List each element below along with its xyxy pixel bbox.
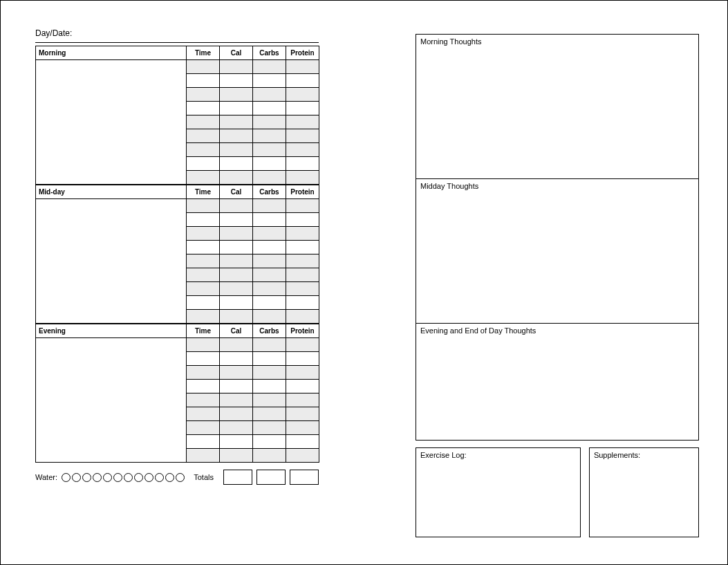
table-cell[interactable] bbox=[187, 143, 220, 157]
water-tracker[interactable] bbox=[62, 473, 194, 482]
table-cell[interactable] bbox=[187, 171, 220, 185]
table-cell[interactable] bbox=[220, 352, 253, 366]
table-cell[interactable] bbox=[187, 352, 220, 366]
table-cell[interactable] bbox=[187, 366, 220, 380]
table-cell[interactable] bbox=[253, 435, 286, 449]
water-circle-icon[interactable] bbox=[103, 473, 112, 482]
table-cell[interactable] bbox=[220, 60, 253, 74]
table-cell[interactable] bbox=[187, 310, 220, 324]
table-cell[interactable] bbox=[187, 88, 220, 102]
table-cell[interactable] bbox=[187, 129, 220, 143]
table-cell[interactable] bbox=[220, 407, 253, 421]
table-cell[interactable] bbox=[253, 74, 286, 88]
table-cell[interactable] bbox=[220, 380, 253, 393]
table-cell[interactable] bbox=[286, 352, 319, 366]
table-cell[interactable] bbox=[220, 310, 253, 324]
table-cell[interactable] bbox=[253, 338, 286, 352]
supplements-box[interactable]: Supplements: bbox=[589, 447, 699, 537]
table-cell[interactable] bbox=[286, 449, 319, 463]
table-cell[interactable] bbox=[286, 254, 319, 268]
table-cell[interactable] bbox=[253, 366, 286, 380]
table-cell[interactable] bbox=[187, 74, 220, 88]
table-cell[interactable] bbox=[187, 254, 220, 268]
table-cell[interactable] bbox=[220, 435, 253, 449]
table-cell[interactable] bbox=[253, 88, 286, 102]
table-cell[interactable] bbox=[253, 60, 286, 74]
midday-food-area[interactable] bbox=[36, 199, 187, 324]
table-cell[interactable] bbox=[286, 143, 319, 157]
table-cell[interactable] bbox=[253, 227, 286, 241]
table-cell[interactable] bbox=[220, 268, 253, 282]
water-circle-icon[interactable] bbox=[62, 473, 71, 482]
table-cell[interactable] bbox=[187, 268, 220, 282]
water-circle-icon[interactable] bbox=[176, 473, 185, 482]
totals-protein-box[interactable] bbox=[290, 470, 319, 485]
table-cell[interactable] bbox=[220, 129, 253, 143]
water-circle-icon[interactable] bbox=[93, 473, 102, 482]
table-cell[interactable] bbox=[286, 393, 319, 407]
table-cell[interactable] bbox=[253, 254, 286, 268]
table-cell[interactable] bbox=[220, 393, 253, 407]
water-circle-icon[interactable] bbox=[82, 473, 91, 482]
table-cell[interactable] bbox=[253, 241, 286, 254]
table-cell[interactable] bbox=[187, 213, 220, 227]
table-cell[interactable] bbox=[187, 449, 220, 463]
water-circle-icon[interactable] bbox=[124, 473, 133, 482]
table-cell[interactable] bbox=[187, 199, 220, 213]
evening-thoughts-box[interactable]: Evening and End of Day Thoughts bbox=[416, 323, 699, 441]
table-cell[interactable] bbox=[253, 129, 286, 143]
evening-food-area[interactable] bbox=[36, 338, 187, 463]
table-cell[interactable] bbox=[286, 296, 319, 310]
table-cell[interactable] bbox=[286, 282, 319, 296]
table-cell[interactable] bbox=[220, 449, 253, 463]
table-cell[interactable] bbox=[253, 421, 286, 435]
table-cell[interactable] bbox=[187, 227, 220, 241]
table-cell[interactable] bbox=[220, 199, 253, 213]
water-circle-icon[interactable] bbox=[134, 473, 143, 482]
morning-thoughts-box[interactable]: Morning Thoughts bbox=[416, 34, 699, 179]
exercise-log-box[interactable]: Exercise Log: bbox=[416, 447, 581, 537]
table-cell[interactable] bbox=[253, 393, 286, 407]
table-cell[interactable] bbox=[286, 421, 319, 435]
table-cell[interactable] bbox=[187, 380, 220, 393]
table-cell[interactable] bbox=[187, 296, 220, 310]
table-cell[interactable] bbox=[220, 338, 253, 352]
table-cell[interactable] bbox=[286, 74, 319, 88]
table-cell[interactable] bbox=[187, 102, 220, 115]
table-cell[interactable] bbox=[286, 407, 319, 421]
table-cell[interactable] bbox=[220, 213, 253, 227]
morning-food-area[interactable] bbox=[36, 60, 187, 185]
table-cell[interactable] bbox=[286, 227, 319, 241]
table-cell[interactable] bbox=[220, 296, 253, 310]
table-cell[interactable] bbox=[187, 241, 220, 254]
table-cell[interactable] bbox=[286, 60, 319, 74]
table-cell[interactable] bbox=[187, 435, 220, 449]
table-cell[interactable] bbox=[286, 380, 319, 393]
table-cell[interactable] bbox=[220, 241, 253, 254]
table-cell[interactable] bbox=[253, 296, 286, 310]
table-cell[interactable] bbox=[286, 171, 319, 185]
table-cell[interactable] bbox=[220, 157, 253, 171]
table-cell[interactable] bbox=[286, 366, 319, 380]
table-cell[interactable] bbox=[286, 102, 319, 115]
table-cell[interactable] bbox=[286, 338, 319, 352]
table-cell[interactable] bbox=[286, 199, 319, 213]
table-cell[interactable] bbox=[286, 268, 319, 282]
table-cell[interactable] bbox=[253, 268, 286, 282]
table-cell[interactable] bbox=[187, 157, 220, 171]
table-cell[interactable] bbox=[220, 282, 253, 296]
table-cell[interactable] bbox=[220, 171, 253, 185]
water-circle-icon[interactable] bbox=[113, 473, 122, 482]
totals-carbs-box[interactable] bbox=[256, 470, 286, 485]
table-cell[interactable] bbox=[286, 88, 319, 102]
table-cell[interactable] bbox=[253, 143, 286, 157]
table-cell[interactable] bbox=[286, 129, 319, 143]
table-cell[interactable] bbox=[253, 115, 286, 129]
table-cell[interactable] bbox=[253, 199, 286, 213]
table-cell[interactable] bbox=[220, 366, 253, 380]
table-cell[interactable] bbox=[253, 449, 286, 463]
water-circle-icon[interactable] bbox=[155, 473, 164, 482]
midday-thoughts-box[interactable]: Midday Thoughts bbox=[416, 178, 699, 324]
water-circle-icon[interactable] bbox=[144, 473, 153, 482]
table-cell[interactable] bbox=[286, 157, 319, 171]
